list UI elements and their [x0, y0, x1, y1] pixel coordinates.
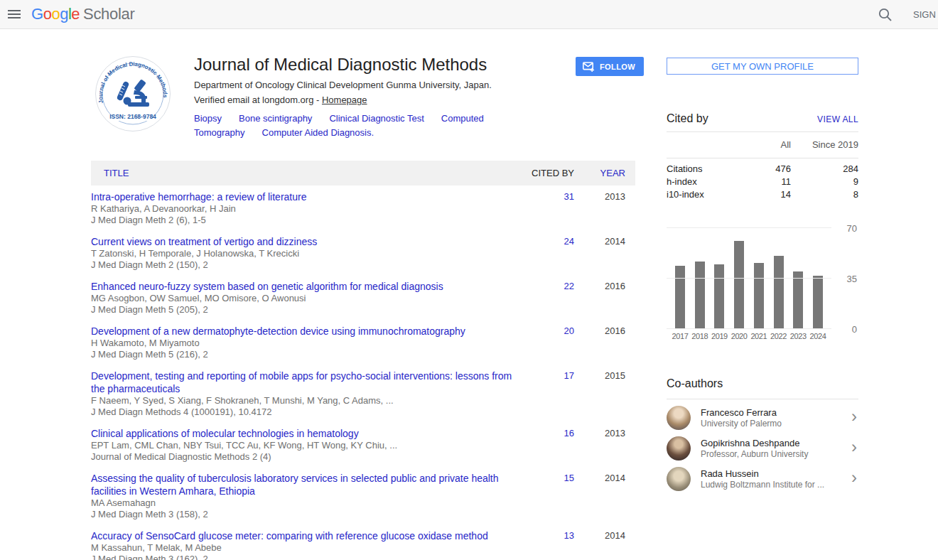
articles-table-header: TITLE CITED BY YEAR — [91, 161, 635, 185]
article-venue: J Med Diagn Methods 4 (1000191), 10.4172 — [91, 406, 524, 418]
article-title-link[interactable]: Enhanced neuro-fuzzy system based on gen… — [91, 280, 524, 293]
chart-bar-2024[interactable] — [813, 276, 823, 329]
chart-x-tick: 2024 — [808, 332, 828, 340]
coauthor-name[interactable]: Gopikrishna Deshpande — [701, 438, 846, 449]
profile-name: Journal of Medical Diagnostic Methods — [194, 55, 564, 74]
article-title-link[interactable]: Accuracy of SensoCard glucose meter: com… — [91, 529, 524, 542]
interest-tag[interactable]: Clinical Diagnostic Test — [329, 113, 424, 124]
article-venue: J Med Diagn Meth 2 (150), 2 — [91, 259, 524, 271]
coauthor-affiliation: Ludwig Boltzmann Institute for ... — [701, 480, 846, 490]
chevron-right-icon[interactable]: › — [846, 440, 858, 457]
article-row: Assessing the quality of tuberculosis la… — [91, 467, 635, 524]
metric-since-value: 9 — [791, 176, 858, 188]
scholar-logo-text: Scholar — [83, 5, 135, 23]
journal-logo-avatar[interactable]: Journal of Medical Diagnostic Methods — [95, 55, 171, 132]
article-year: 2016 — [574, 280, 635, 316]
coauthor-item[interactable]: Gopikrishna Deshpande Professor, Auburn … — [667, 436, 858, 461]
article-cited-by-count[interactable]: 22 — [524, 280, 574, 316]
article-authors: F Naeem, Y Syed, S Xiang, F Shokraneh, T… — [91, 395, 524, 406]
article-title-link[interactable]: Intra-operative hemorrhage: a review of … — [91, 190, 524, 203]
article-year: 2013 — [574, 427, 635, 463]
coauthor-item[interactable]: Rada Hussein Ludwig Boltzmann Institute … — [667, 467, 858, 491]
menu-icon[interactable] — [0, 0, 28, 28]
metric-since-value: 8 — [791, 188, 858, 201]
chart-bar-2022[interactable] — [774, 256, 784, 329]
article-year: 2014 — [574, 235, 635, 271]
column-header-year[interactable]: YEAR — [574, 168, 635, 178]
article-authors: M Kassahun, T Melak, M Abebe — [91, 542, 524, 554]
article-title-link[interactable]: Development of a new dermatophyte-detect… — [91, 325, 524, 338]
interest-tag[interactable]: Biopsy — [194, 113, 222, 124]
coauthor-avatar — [667, 467, 691, 491]
article-cited-by-count[interactable]: 13 — [524, 529, 574, 560]
chart-x-tick: 2019 — [709, 332, 729, 340]
column-header-cited-by[interactable]: CITED BY — [524, 168, 574, 178]
google-logo-letter: G — [31, 5, 43, 23]
article-year: 2015 — [574, 370, 635, 418]
article-title-link[interactable]: Current views on treatment of vertigo an… — [91, 235, 524, 248]
sidebar: GET MY OWN PROFILE Cited by VIEW ALL All… — [667, 58, 858, 491]
coauthors-list: Francesco Ferrara University of Palermo … — [667, 406, 858, 491]
article-row: Development, testing and reporting of mo… — [91, 365, 635, 422]
metric-row: i10-index 14 8 — [667, 188, 858, 201]
coauthor-name[interactable]: Rada Hussein — [701, 468, 846, 480]
article-cited-by-count[interactable]: 15 — [524, 472, 574, 520]
chart-bar-2019[interactable] — [714, 264, 724, 329]
article-title-link[interactable]: Assessing the quality of tuberculosis la… — [91, 472, 524, 497]
cited-by-col-since: Since 2019 — [791, 139, 858, 150]
chart-bar-2023[interactable] — [793, 271, 803, 329]
view-all-link[interactable]: VIEW ALL — [817, 114, 858, 124]
interest-tag[interactable]: Bone scintigraphy — [239, 113, 312, 124]
article-authors: T Zatonski, H Temporale, J Holanowska, T… — [91, 248, 524, 259]
sign-in-link[interactable]: SIGN IN — [913, 9, 938, 20]
chart-x-tick: 2021 — [749, 332, 769, 340]
article-title-link[interactable]: Clinical applications of molecular techn… — [91, 427, 524, 440]
coauthors-section: Co-authors Francesco Ferrara University … — [667, 377, 858, 491]
chart-y-tick: 35 — [836, 274, 857, 284]
article-year: 2014 — [574, 529, 635, 560]
chart-y-tick: 0 — [836, 324, 857, 335]
verified-email-row: Verified email at longdom.org - Homepage — [194, 95, 564, 106]
article-row: Intra-operative hemorrhage: a review of … — [91, 185, 635, 230]
follow-button[interactable]: FOLLOW — [576, 57, 644, 76]
get-my-own-profile-button[interactable]: GET MY OWN PROFILE — [667, 58, 858, 75]
metric-since-value: 284 — [791, 163, 858, 176]
chart-bar-2018[interactable] — [695, 262, 705, 329]
article-cited-by-count[interactable]: 20 — [524, 325, 574, 360]
chart-bar-2017[interactable] — [675, 266, 685, 329]
article-venue: J Med Diagn Meth 3 (162), 2 — [91, 554, 524, 560]
profile-affiliation: Department of Oncology Clinical Developm… — [194, 80, 564, 91]
chart-plot-area — [667, 228, 831, 329]
article-cited-by-count[interactable]: 31 — [524, 190, 574, 226]
coauthor-name[interactable]: Francesco Ferrara — [701, 407, 846, 419]
metric-row: Citations 476 284 — [667, 163, 858, 176]
google-logo-letter: g — [60, 5, 68, 23]
verified-email-text: Verified email at longdom.org - — [194, 95, 322, 105]
chart-bar-2020[interactable] — [734, 241, 744, 329]
chart-bar-2021[interactable] — [754, 263, 764, 329]
profile-header: Journal of Medical Diagnostic Methods — [91, 55, 635, 139]
article-row: Enhanced neuro-fuzzy system based on gen… — [91, 275, 635, 320]
articles-list: Intra-operative hemorrhage: a review of … — [91, 185, 635, 560]
article-year: 2014 — [574, 472, 635, 520]
coauthor-item[interactable]: Francesco Ferrara University of Palermo … — [667, 406, 858, 430]
cited-by-title: Cited by — [667, 112, 708, 125]
search-icon[interactable] — [877, 6, 894, 23]
article-cited-by-count[interactable]: 16 — [524, 427, 574, 463]
article-title-link[interactable]: Development, testing and reporting of mo… — [91, 370, 524, 395]
chevron-right-icon[interactable]: › — [846, 409, 858, 426]
article-venue: J Med Diagn Meth 3 (158), 2 — [91, 509, 524, 520]
metric-label: Citations — [667, 163, 741, 176]
follow-button-label: FOLLOW — [600, 63, 635, 71]
article-row: Development of a new dermatophyte-detect… — [91, 320, 635, 365]
citations-per-year-chart: 20172018201920202021202220232024 03570 — [667, 228, 858, 340]
homepage-link[interactable]: Homepage — [322, 95, 367, 105]
profile-main: Journal of Medical Diagnostic Methods — [91, 43, 635, 560]
google-scholar-logo[interactable]: Google Scholar — [31, 5, 135, 23]
chevron-right-icon[interactable]: › — [846, 470, 858, 488]
column-header-title[interactable]: TITLE — [91, 168, 524, 178]
article-cited-by-count[interactable]: 17 — [524, 370, 574, 418]
chart-x-tick: 2022 — [769, 332, 789, 340]
interest-tag[interactable]: Computer Aided Diagnosis. — [262, 127, 374, 138]
article-cited-by-count[interactable]: 24 — [524, 235, 574, 271]
